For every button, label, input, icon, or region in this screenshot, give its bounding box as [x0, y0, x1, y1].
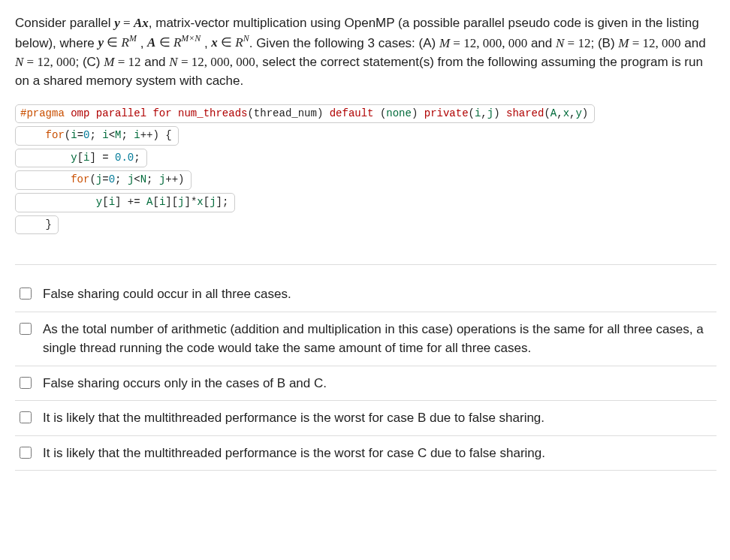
- answer-checkbox-4[interactable]: [20, 411, 32, 423]
- code-line-5: y[i] += A[i][j]*x[j];: [15, 193, 235, 212]
- math-a-in-rmn: A ∈ RM×N: [147, 35, 201, 50]
- answer-option: It is likely that the multithreaded perf…: [15, 436, 716, 471]
- answer-list: False sharing could occur in all three c…: [15, 264, 716, 471]
- answer-option: False sharing could occur in all three c…: [15, 285, 716, 312]
- answer-text: It is likely that the multithreaded perf…: [43, 408, 715, 428]
- code-line-6: }: [15, 215, 59, 235]
- code-listing: #pragma omp parallel for num_threads(thr…: [15, 103, 716, 236]
- answer-checkbox-1[interactable]: [20, 288, 32, 300]
- question-prompt: Consider parallel y = Ax, matrix-vector …: [15, 14, 716, 91]
- answer-checkbox-2[interactable]: [20, 323, 32, 335]
- math-case-b-m: M = 12, 000: [618, 35, 680, 50]
- math-case-c-n: N = 12, 000, 000: [169, 55, 255, 69]
- question-text: and: [527, 35, 556, 50]
- question-text: ; (C): [75, 55, 104, 69]
- answer-text: False sharing occurs only in the cases o…: [43, 374, 715, 393]
- answer-checkbox-3[interactable]: [20, 377, 32, 389]
- question-text: and: [140, 55, 169, 69]
- answer-text: False sharing could occur in all three c…: [43, 285, 715, 304]
- question-text: ,: [137, 35, 147, 50]
- math-case-a-m: M = 12, 000, 000: [439, 35, 527, 50]
- answer-checkbox-5[interactable]: [20, 447, 32, 459]
- answer-option: False sharing occurs only in the cases o…: [15, 366, 716, 402]
- code-line-3: y[i] = 0.0;: [15, 149, 147, 168]
- question-text: ,: [201, 35, 211, 50]
- code-line-1: #pragma omp parallel for num_threads(thr…: [15, 104, 595, 124]
- math-x-in-rn: x ∈ RN: [211, 35, 249, 50]
- answer-option: As the total number of arithmetic (addit…: [15, 312, 716, 366]
- math-eq-yax: y = Ax: [114, 16, 148, 30]
- answer-option: It is likely that the multithreaded perf…: [15, 401, 716, 436]
- code-line-4: for(j=0; j<N; j++): [15, 170, 192, 190]
- code-line-2: for(i=0; i<M; i++) {: [15, 126, 179, 146]
- question-text: . Given the following 3 cases: (A): [249, 35, 439, 50]
- question-text: ; (B): [590, 35, 618, 50]
- math-case-b-n: N = 12, 000: [15, 55, 75, 69]
- answer-text: As the total number of arithmetic (addit…: [43, 320, 715, 358]
- question-text: and: [681, 35, 706, 50]
- answer-text: It is likely that the multithreaded perf…: [43, 444, 715, 463]
- math-case-c-m: M = 12: [104, 55, 140, 69]
- math-case-a-n: N = 12: [556, 35, 590, 50]
- question-text: Consider parallel: [15, 16, 114, 30]
- math-y-in-rm: y ∈ RM: [98, 35, 137, 50]
